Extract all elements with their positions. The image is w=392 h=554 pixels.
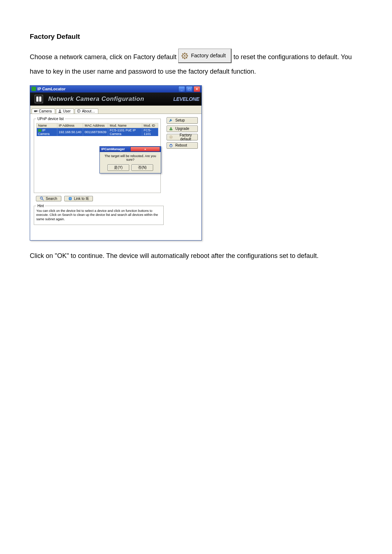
svg-point-7 [78,111,79,112]
cell-name: IP Camera [37,128,57,136]
camera-icon [34,109,37,113]
brand-right: LEVELONE [173,96,199,102]
reboot-button[interactable]: Reboot [167,142,198,149]
search-button[interactable]: Search [36,196,61,201]
upnp-device-list: UPnP device list Name IP Address MAC Add… [34,117,161,193]
hint-box: Hint You can click on the device list to… [34,204,164,225]
factory-default-inline-button[interactable]: Factory default [178,49,232,63]
table-row[interactable]: IP Camera 192.168.50.140 001168730639 FC… [37,128,158,136]
reboot-label: Reboot [175,143,187,147]
power-icon [169,143,173,148]
maximize-button[interactable]: □ [186,86,193,92]
factory-default-heading: Factory Default [30,33,362,41]
titlebar: IP CamLocator _ □ × [30,86,201,93]
close-button[interactable]: × [193,86,200,92]
window-title: IP CamLocator [37,87,178,91]
dialog-titlebar: IPCamManager × [100,147,161,152]
setup-label: Setup [175,118,185,122]
hint-legend: Hint [36,204,45,208]
factory-default-small-icon [169,135,173,139]
brand-logo [32,93,46,105]
confirm-dialog: IPCamManager × The target will be reboot… [99,146,161,173]
ipcamlocator-window: IP CamLocator _ □ × Network Camera Confi… [30,85,202,241]
factory-default-button[interactable]: Factory default [167,134,198,140]
hint-text: You can click on the device list to sele… [36,209,161,222]
svg-rect-11 [170,129,172,130]
minimize-button[interactable]: _ [178,86,185,92]
upnp-legend: UPnP device list [36,117,65,121]
tab-about[interactable]: About… [75,108,98,114]
intro-paragraph-2: Click on "OK" to continue. The device wi… [30,249,362,262]
cell-ip: 192.168.50.140 [57,128,83,136]
dialog-ok-button[interactable]: 是(Y) [107,164,129,171]
col-name[interactable]: Name [37,123,57,128]
svg-point-14 [171,136,171,137]
upgrade-icon [169,127,173,131]
intro-paragraph-1: Choose a network camera, click on Factor… [30,50,362,78]
factory-default-label: Factory default [175,133,196,141]
col-modid[interactable]: Mod. ID [142,123,158,128]
svg-rect-1 [36,97,38,102]
banner: Network Camera Configuration LEVELONE [30,93,201,106]
para1-text-before: Choose a network camera, click on Factor… [30,53,178,61]
link-to-ie-button[interactable]: Link to IE [64,196,93,201]
svg-marker-4 [36,110,37,112]
svg-line-9 [42,199,44,200]
col-mac[interactable]: MAC Address [83,123,108,128]
col-modname[interactable]: Mod. Name [108,123,142,128]
svg-point-5 [59,110,61,111]
search-icon [40,197,44,201]
app-icon [32,87,36,91]
cell-modname: FCS-1101 PoE IP Camera [108,128,142,136]
upgrade-label: Upgrade [175,127,189,131]
dialog-cancel-button[interactable]: 否(N) [131,164,153,171]
dialog-title: IPCamManager [101,147,130,151]
setup-button[interactable]: Setup [167,117,198,124]
tab-about-label: About… [82,109,95,113]
tab-user[interactable]: User [56,108,74,114]
factory-default-icon [181,53,188,59]
tab-user-label: User [63,109,71,113]
device-table[interactable]: Name IP Address MAC Address Mod. Name Mo… [36,123,158,136]
user-icon [58,109,62,113]
globe-icon [68,197,72,201]
col-ip[interactable]: IP Address [57,123,83,128]
wrench-icon [169,118,173,123]
upgrade-button[interactable]: Upgrade [167,126,198,132]
gear-icon [77,109,81,113]
cell-modid: FCS-1101 [142,128,158,136]
svg-rect-2 [39,97,41,102]
search-label: Search [46,197,57,201]
svg-marker-12 [170,127,172,129]
link-to-ie-label: Link to IE [74,197,89,201]
dialog-message: The target will be rebooted. Are you sur… [102,154,159,161]
tab-camera-label: Camera [39,109,52,113]
svg-rect-0 [35,95,43,103]
tabs: Camera User About… [30,106,201,114]
cell-mac: 001168730639 [83,128,108,136]
banner-title: Network Camera Configuration [48,95,173,103]
svg-point-8 [40,197,42,199]
camera-pane: UPnP device list Name IP Address MAC Add… [30,114,201,240]
svg-rect-3 [34,110,36,112]
factory-default-inline-label: Factory default [191,50,226,61]
dialog-close-button[interactable]: × [130,147,160,152]
tab-camera[interactable]: Camera [32,108,55,114]
